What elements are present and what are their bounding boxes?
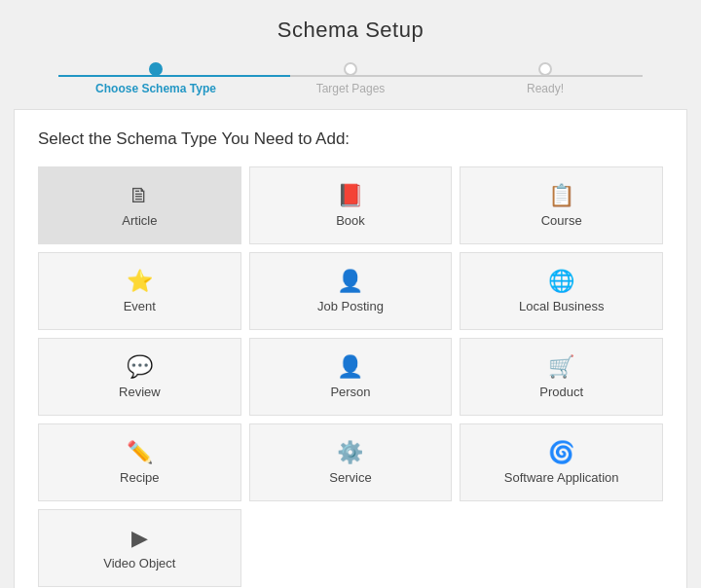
local-business-label: Local Business bbox=[519, 299, 604, 313]
schema-item-person[interactable]: 👤Person bbox=[249, 338, 453, 416]
step-dot-3 bbox=[538, 62, 552, 76]
course-icon: 📋 bbox=[548, 185, 574, 206]
video-object-label: Video Object bbox=[103, 556, 175, 570]
software-application-label: Software Application bbox=[504, 470, 619, 485]
schema-item-job-posting[interactable]: 👤Job Posting bbox=[249, 252, 453, 330]
person-label: Person bbox=[330, 385, 370, 399]
schema-item-video-object[interactable]: ▶Video Object bbox=[38, 509, 241, 587]
product-icon: 🛒 bbox=[548, 356, 574, 378]
step-label-3: Ready! bbox=[527, 82, 564, 95]
schema-grid: 🗎Article📕Book📋Course⭐Event👤Job Posting🌐L… bbox=[38, 166, 663, 587]
step-dot-2 bbox=[344, 62, 357, 76]
schema-item-book[interactable]: 📕Book bbox=[249, 166, 453, 244]
local-business-icon: 🌐 bbox=[548, 271, 574, 292]
video-object-icon: ▶ bbox=[131, 528, 148, 549]
schema-item-course[interactable]: 📋Course bbox=[460, 166, 663, 244]
wizard-steps: Choose Schema Type Target Pages Ready! bbox=[0, 53, 701, 95]
person-icon: 👤 bbox=[337, 356, 363, 378]
main-content: Select the Schema Type You Need to Add: … bbox=[14, 109, 687, 588]
review-label: Review bbox=[119, 385, 161, 399]
page-header: Schema Setup bbox=[0, 0, 701, 53]
schema-item-local-business[interactable]: 🌐Local Business bbox=[460, 252, 663, 330]
wizard-step-1: Choose Schema Type bbox=[58, 62, 253, 95]
job-posting-label: Job Posting bbox=[317, 299, 384, 313]
wizard-step-2: Target Pages bbox=[253, 62, 448, 95]
recipe-icon: ✏️ bbox=[127, 442, 153, 463]
review-icon: 💬 bbox=[127, 356, 153, 378]
schema-item-article[interactable]: 🗎Article bbox=[38, 166, 241, 244]
schema-item-software-application[interactable]: 🌀Software Application bbox=[460, 423, 663, 501]
section-title: Select the Schema Type You Need to Add: bbox=[38, 129, 663, 149]
book-icon: 📕 bbox=[337, 185, 363, 206]
schema-item-review[interactable]: 💬Review bbox=[38, 338, 241, 416]
service-label: Service bbox=[329, 470, 371, 485]
step-label-1: Choose Schema Type bbox=[95, 82, 216, 95]
wizard-step-3: Ready! bbox=[448, 62, 643, 95]
article-icon: 🗎 bbox=[129, 185, 150, 206]
step-label-2: Target Pages bbox=[316, 82, 386, 95]
schema-item-event[interactable]: ⭐Event bbox=[38, 252, 241, 330]
book-label: Book bbox=[336, 213, 365, 228]
schema-item-product[interactable]: 🛒Product bbox=[460, 338, 663, 416]
article-label: Article bbox=[122, 213, 157, 228]
course-label: Course bbox=[541, 213, 582, 228]
event-icon: ⭐ bbox=[127, 271, 153, 292]
schema-item-service[interactable]: ⚙️Service bbox=[249, 423, 453, 501]
recipe-label: Recipe bbox=[120, 470, 159, 485]
service-icon: ⚙️ bbox=[337, 442, 363, 463]
page-title: Schema Setup bbox=[0, 18, 701, 43]
job-posting-icon: 👤 bbox=[337, 271, 363, 292]
step-dot-1 bbox=[149, 62, 163, 76]
product-label: Product bbox=[539, 385, 583, 399]
software-application-icon: 🌀 bbox=[548, 442, 574, 463]
schema-item-recipe[interactable]: ✏️Recipe bbox=[38, 423, 241, 501]
event-label: Event bbox=[124, 299, 156, 313]
